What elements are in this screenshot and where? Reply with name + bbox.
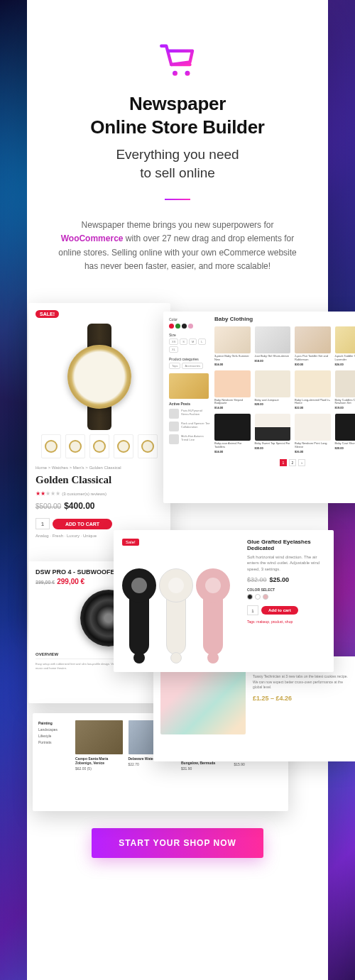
sub-new-price: 299,00 € (57, 578, 84, 585)
swatch-pink[interactable] (263, 594, 268, 600)
page-1[interactable]: 1 (280, 459, 287, 466)
hero-title: Newspaper Online Store Builder (90, 92, 264, 138)
hero-subtitle: Everything you need to sell online (116, 145, 239, 182)
product-grid: 3-piece Baby Girls Summer New$24.00 Just… (214, 326, 355, 453)
grid-item[interactable]: Baby Sweet Top Special For$30.00 (255, 414, 291, 453)
fan-sale-badge: Sale! (122, 539, 139, 546)
fan-price-new: $25.00 (270, 576, 290, 583)
cat-item[interactable]: Landscapes (38, 727, 58, 733)
hero-description: Newspaper theme brings you new superpowe… (48, 219, 307, 273)
subtitle-line1: Everything you need (116, 147, 239, 162)
watch-thumbnails (36, 434, 163, 458)
swatch-red[interactable] (169, 324, 174, 329)
pagination: 1 2 › (214, 459, 355, 466)
fan-white (159, 568, 193, 664)
swatch-black[interactable] (182, 324, 187, 329)
fan-black (122, 568, 156, 664)
product-price: $500.00$400.00 (36, 501, 163, 511)
watch-image (53, 324, 146, 430)
thumb[interactable] (89, 434, 109, 458)
size-chip[interactable]: M (189, 338, 197, 345)
post-text: Multi-Hue Autumn Trend Line (181, 434, 210, 444)
star-rating: ★★★★★ (3 customer(s) reviews) (36, 490, 163, 497)
swatch-black[interactable] (247, 594, 253, 600)
sidebar-title: Active Posts (169, 402, 210, 406)
breadcrumb[interactable]: Home > Watches > Men's > Golden Classica… (36, 466, 163, 470)
cat-item[interactable]: Lifestyle (38, 733, 58, 739)
color-select-label: COLOR SELECT (247, 588, 325, 592)
thumb[interactable] (41, 434, 61, 458)
grid-title: Baby Clothing (214, 316, 355, 322)
grid-item[interactable]: Baby Newborn Striped Bodysuite$14.00 (214, 370, 251, 410)
fan-description: Soft horizontal wind direction. The air … (247, 554, 325, 572)
sidebar-banner[interactable] (169, 373, 209, 399)
fan-price-old: $32.00 (247, 576, 267, 583)
thumb[interactable] (65, 434, 85, 458)
review-count: (3 customer(s) reviews) (62, 492, 106, 496)
sub-old-price: 399,00 € (36, 580, 55, 585)
swatch-pink[interactable] (188, 324, 193, 329)
size-chip[interactable]: L (198, 338, 205, 345)
meringue-text: Toasty Technician at 3 new tabs on the l… (253, 674, 349, 690)
title-line2: Online Store Builder (90, 116, 264, 138)
svg-point-1 (185, 71, 190, 76)
page-next[interactable]: › (298, 459, 305, 466)
quantity-input[interactable]: 1 (36, 518, 50, 529)
post-thumb[interactable] (169, 409, 179, 419)
grid-item[interactable]: Baby Coat Short-sleeve$20.00 (335, 414, 356, 453)
color-label: Color (169, 317, 210, 321)
grid-item[interactable]: Baby Newborn Print Long Sleeve$26.00 (295, 414, 331, 453)
screenshot-collage: SALE! Home > Watches > Men's > Golden Cl… (48, 303, 307, 828)
painting-categories: Painting Landscapes Lifestyle Portraits (38, 720, 58, 746)
fan-images: Sale! (122, 539, 239, 664)
grid-item[interactable]: 2-pcs Pair Toddler Set and Rubberson$30.… (295, 326, 331, 366)
size-label: Size (169, 333, 210, 337)
cat-item[interactable]: Painting (38, 720, 58, 727)
category-label: Product categories (169, 357, 210, 361)
cat-item[interactable]: Portraits (38, 739, 58, 746)
grid-item[interactable]: Baby Long-sleeved Plaid In-Home$22.00 (295, 370, 331, 410)
svg-point-0 (173, 71, 178, 76)
desc-pre: Newspaper theme brings you new superpowe… (82, 220, 274, 230)
grid-item[interactable]: Baby and Jumpsuit$20.00 (255, 370, 291, 410)
grid-item[interactable]: Just Baby Girl Short-sleeve$18.00 (255, 326, 291, 366)
post-thumb[interactable] (169, 422, 179, 431)
grid-item[interactable]: Baby Cuddles Cute Newborn Set$19.00 (335, 370, 356, 410)
size-chip[interactable]: XL (169, 346, 178, 353)
cart-icon (158, 40, 197, 79)
painting-item[interactable]: Campo Santa Maria Zobenigo, Venice$62.00… (75, 720, 123, 771)
fan-price: $32.00$25.00 (247, 576, 325, 583)
sale-badge: SALE! (36, 310, 59, 318)
thumb[interactable] (114, 434, 133, 458)
start-shop-button[interactable]: START YOUR SHOP NOW (92, 828, 263, 858)
grid-item[interactable]: Baby-saur Animal For Toddlers$24.00 (214, 414, 251, 453)
post-text: Paris El-Pyramid Sierra Fashion (181, 409, 210, 419)
tile-fan-product: Sale! Glue Grafted Eyelashes Dedicated S… (114, 530, 334, 672)
grid-item[interactable]: 4-pack Toddler Girl Plaid Lavender$26.00 (335, 326, 356, 366)
quantity-input[interactable]: 1 (247, 605, 258, 615)
title-line1: Newspaper (129, 93, 226, 114)
swatch-green[interactable] (175, 324, 180, 329)
woocommerce-highlight: WooCommerce (61, 233, 124, 243)
size-chip[interactable]: XS (169, 338, 178, 345)
post-thumb[interactable] (169, 434, 179, 444)
meringue-price: £1.25 – £4.26 (253, 695, 349, 702)
post-text: Rock and Spencer Tee Collaboration (181, 422, 210, 431)
swatch-white[interactable] (255, 594, 261, 600)
meringue-image (160, 664, 246, 734)
page-2[interactable]: 2 (289, 459, 296, 466)
cat-chip[interactable]: Tops (169, 363, 180, 369)
tile-meringue: Meringue Toasty Technician at 3 new tabs… (153, 656, 355, 761)
thumb[interactable] (138, 434, 158, 458)
price-old: $500.00 (36, 502, 61, 510)
main-panel: Newspaper Online Store Builder Everythin… (27, 0, 328, 980)
price-new: $400.00 (64, 501, 94, 511)
add-to-cart-button[interactable]: Add to cart (261, 606, 298, 615)
subtitle-line2: to sell online (140, 165, 215, 180)
size-chip[interactable]: S (180, 338, 187, 345)
add-to-cart-button[interactable]: ADD TO CART (53, 519, 112, 529)
cat-chip[interactable]: Accessories (182, 363, 203, 369)
fan-tags: Tags: makeup, product, shop (247, 620, 325, 624)
fan-pink (196, 568, 230, 664)
grid-item[interactable]: 3-piece Baby Girls Summer New$24.00 (214, 326, 251, 366)
